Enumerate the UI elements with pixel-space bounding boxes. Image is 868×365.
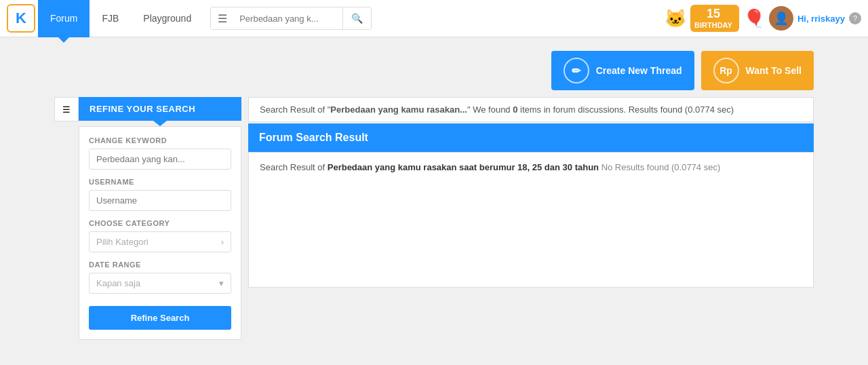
summary-text-prefix: Search Result of " bbox=[260, 104, 330, 115]
forum-result-header: Forum Search Result bbox=[248, 123, 814, 152]
avatar-image: 👤 bbox=[774, 11, 789, 26]
summary-text-end: items in forum discussions. Results foun… bbox=[517, 104, 688, 115]
username-input[interactable] bbox=[89, 190, 231, 211]
rp-icon: Rp bbox=[719, 65, 732, 76]
category-label: CHOOSE CATEGORY bbox=[89, 219, 231, 227]
refine-header: REFINE YOUR SEARCH bbox=[79, 97, 241, 121]
refine-btn-label: Refine Search bbox=[131, 313, 190, 323]
logo-icon: K bbox=[16, 9, 26, 27]
want-to-sell-label: Want To Sell bbox=[746, 65, 802, 76]
category-select[interactable]: Pilih Kategori › bbox=[89, 231, 231, 252]
no-results-label: No Results found (0.0774 sec) bbox=[601, 162, 721, 172]
search-input[interactable] bbox=[234, 7, 342, 30]
keyword-label: CHANGE KEYWORD bbox=[89, 136, 231, 145]
search-icon: 🔍 bbox=[351, 13, 363, 24]
user-greeting: Hi, rriskayy bbox=[797, 14, 845, 24]
sidebar-toggle-icon: ☰ bbox=[62, 104, 71, 115]
balloon-icon: 🎈 bbox=[743, 8, 765, 29]
detail-prefix: Search Result of bbox=[260, 162, 325, 172]
want-to-sell-icon-circle: Rp bbox=[713, 58, 739, 83]
date-select[interactable]: Kapan saja ▾ bbox=[89, 273, 231, 294]
username-label: USERNAME bbox=[89, 178, 231, 186]
hamburger-icon: ☰ bbox=[218, 12, 227, 25]
create-thread-icon-circle: ✏ bbox=[564, 58, 589, 83]
summary-keyword: Perbedaan yang kamu rasakan... bbox=[330, 104, 467, 115]
refine-search-button[interactable]: Refine Search bbox=[89, 306, 231, 330]
navbar-right: 🐱 15 BIRTHDAY 🎈 👤 Hi, rriskayy ? bbox=[665, 5, 861, 32]
birthday-number: 15 bbox=[707, 7, 720, 21]
search-summary-bar: Search Result of "Perbedaan yang kamu ra… bbox=[248, 97, 814, 122]
summary-text-mid: " We found bbox=[467, 104, 513, 115]
refine-panel: REFINE YOUR SEARCH CHANGE KEYWORD USERNA… bbox=[79, 97, 241, 340]
date-label: DATE RANGE bbox=[89, 261, 231, 269]
search-bar: ☰ 🔍 bbox=[210, 7, 372, 30]
nav-tab-forum[interactable]: Forum bbox=[38, 0, 90, 37]
forum-header-label: Forum Search Result bbox=[259, 132, 368, 143]
mascot-icon: 🐱 bbox=[665, 8, 686, 29]
nav-tab-playground[interactable]: Playground bbox=[131, 0, 203, 37]
results-area: Search Result of "Perbedaan yang kamu ra… bbox=[248, 97, 814, 288]
date-placeholder: Kapan saja bbox=[96, 278, 140, 288]
main-layout: ☰ REFINE YOUR SEARCH CHANGE KEYWORD USER… bbox=[54, 97, 814, 340]
birthday-label: BIRTHDAY bbox=[694, 21, 732, 30]
summary-time: 0.0774 sec bbox=[688, 104, 731, 115]
list-icon-button[interactable]: ☰ bbox=[211, 7, 234, 30]
search-button[interactable]: 🔍 bbox=[342, 7, 371, 30]
avatar[interactable]: 👤 bbox=[769, 6, 793, 31]
logo[interactable]: K bbox=[7, 4, 35, 33]
want-to-sell-button[interactable]: Rp Want To Sell bbox=[701, 51, 814, 90]
help-button[interactable]: ? bbox=[849, 12, 861, 24]
navbar: K Forum FJB Playground ☰ 🔍 🐱 15 BIRTHDAY… bbox=[0, 0, 868, 37]
create-thread-label: Create New Thread bbox=[596, 65, 682, 76]
greeting-text: Hi, rriskayy bbox=[797, 14, 845, 24]
keyword-input[interactable] bbox=[89, 149, 231, 170]
detail-keyword: Perbedaan yang kamu rasakan saat berumur… bbox=[328, 162, 599, 172]
refine-body: CHANGE KEYWORD USERNAME CHOOSE CATEGORY … bbox=[79, 126, 241, 340]
action-row: ✏ Create New Thread Rp Want To Sell bbox=[54, 37, 814, 97]
help-icon-symbol: ? bbox=[853, 14, 857, 22]
sidebar-area: ☰ REFINE YOUR SEARCH CHANGE KEYWORD USER… bbox=[54, 97, 241, 340]
create-thread-button[interactable]: ✏ Create New Thread bbox=[551, 51, 694, 90]
forum-result-body: Search Result of Perbedaan yang kamu ras… bbox=[248, 152, 814, 288]
result-detail: Search Result of Perbedaan yang kamu ras… bbox=[260, 162, 802, 172]
pencil-icon: ✏ bbox=[572, 64, 580, 77]
sidebar-toggle-button[interactable]: ☰ bbox=[54, 97, 79, 121]
content-area: ✏ Create New Thread Rp Want To Sell ☰ RE… bbox=[0, 37, 868, 340]
chevron-down-icon: ▾ bbox=[219, 278, 224, 288]
refine-header-label: REFINE YOUR SEARCH bbox=[90, 104, 195, 114]
nav-tab-fjb[interactable]: FJB bbox=[90, 0, 131, 37]
category-placeholder: Pilih Kategori bbox=[96, 237, 149, 247]
chevron-right-icon: › bbox=[221, 237, 224, 247]
birthday-badge[interactable]: 15 BIRTHDAY bbox=[690, 5, 739, 32]
